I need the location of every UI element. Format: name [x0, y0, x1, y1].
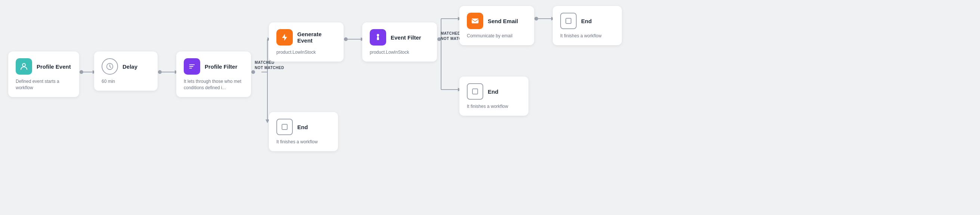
generate-event-subtitle: product.LowInStock	[276, 49, 336, 56]
svg-point-23	[535, 17, 538, 21]
profile-filter-title: Profile Filter	[205, 64, 237, 70]
svg-rect-34	[282, 124, 287, 129]
svg-point-13	[344, 37, 348, 41]
profile-filter-icon	[184, 58, 200, 75]
end-top-icon	[560, 13, 577, 29]
profile-filter-subtitle: It lets through those who met conditions…	[184, 78, 243, 91]
end-top-node[interactable]: End It finishes a workflow	[553, 6, 622, 45]
svg-point-26	[22, 64, 25, 67]
end-bottom-subtitle: It finishes a workflow	[467, 104, 521, 110]
svg-point-6	[251, 70, 255, 74]
send-email-subtitle: Communicate by email	[467, 33, 527, 39]
end-top-subtitle: It finishes a workflow	[560, 33, 614, 39]
generate-event-title: Generate Event	[297, 31, 336, 44]
svg-rect-31	[377, 38, 379, 40]
delay-icon	[102, 58, 118, 75]
svg-rect-28	[189, 65, 195, 65]
event-filter-matched-label: MATCHED	[441, 31, 460, 35]
profile-event-icon	[16, 58, 32, 75]
event-filter-icon	[370, 29, 386, 46]
svg-rect-29	[189, 66, 194, 67]
svg-point-0	[80, 70, 83, 74]
end-mid-subtitle: It finishes a workflow	[276, 139, 331, 145]
end-mid-node[interactable]: End It finishes a workflow	[269, 112, 338, 151]
delay-title: Delay	[123, 64, 137, 70]
workflow-canvas: Profile Event Defined event starts a wor…	[0, 0, 980, 215]
end-bottom-title: End	[488, 88, 498, 95]
end-top-title: End	[581, 18, 592, 24]
end-mid-title: End	[297, 124, 308, 130]
send-email-icon	[467, 13, 483, 29]
profile-event-node[interactable]: Profile Event Defined event starts a wor…	[8, 51, 79, 97]
svg-rect-35	[473, 89, 478, 94]
generate-event-icon	[276, 29, 293, 46]
generate-event-node[interactable]: Generate Event product.LowInStock	[269, 22, 344, 62]
delay-subtitle: 60 min	[102, 78, 150, 85]
end-bottom-node[interactable]: End It finishes a workflow	[460, 76, 528, 116]
svg-rect-33	[566, 18, 571, 24]
svg-rect-30	[189, 68, 192, 68]
event-filter-title: Event Filter	[391, 34, 421, 41]
profile-event-title: Profile Event	[37, 64, 71, 70]
end-bottom-icon	[467, 83, 483, 100]
profile-event-subtitle: Defined event starts a workflow	[16, 78, 72, 91]
send-email-title: Send Email	[488, 18, 518, 24]
profile-filter-node[interactable]: Profile Filter It lets through those who…	[176, 51, 251, 97]
profile-filter-not-matched-label: NOT MATCHED	[255, 66, 284, 70]
delay-node[interactable]: Delay 60 min	[94, 51, 158, 91]
send-email-node[interactable]: Send Email Communicate by email	[460, 6, 534, 45]
svg-point-3	[158, 70, 162, 74]
event-filter-subtitle: product.LowInStock	[370, 49, 430, 56]
svg-rect-32	[472, 19, 479, 24]
end-mid-icon	[276, 119, 293, 135]
event-filter-node[interactable]: Event Filter product.LowInStock	[362, 22, 437, 62]
